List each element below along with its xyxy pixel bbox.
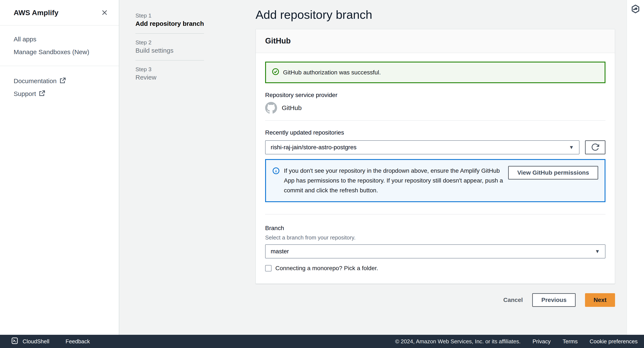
- sidebar-item-documentation[interactable]: Documentation: [0, 75, 119, 87]
- app-title: AWS Amplify: [14, 9, 58, 17]
- external-link-icon: [60, 78, 66, 85]
- provider-label: Repository service provider: [265, 91, 606, 99]
- branch-label: Branch: [265, 224, 606, 232]
- form-column: Add repository branch GitHub GitHu: [256, 0, 615, 335]
- monorepo-checkbox-label: Connecting a monorepo? Pick a folder.: [275, 265, 378, 272]
- repository-select-value: rishi-raj-jain/store-astro-postgres: [271, 144, 356, 151]
- terms-link[interactable]: Terms: [563, 338, 578, 345]
- console-footer: CloudShell Feedback © 2024, Amazon Web S…: [0, 335, 644, 348]
- panel-body: GitHub authorization was successful. Rep…: [256, 53, 615, 284]
- sidebar-item-label: Support: [14, 90, 36, 97]
- branch-select[interactable]: master ▼: [265, 244, 606, 258]
- success-alert: GitHub authorization was successful.: [265, 62, 606, 83]
- monorepo-checkbox[interactable]: [265, 265, 272, 271]
- wizard-step-2[interactable]: Step 2 Build settings: [136, 39, 204, 55]
- step-label: Review: [136, 73, 204, 82]
- wizard-step-3[interactable]: Step 3 Review: [136, 66, 204, 82]
- cloudshell-icon: [11, 337, 19, 346]
- info-alert-text: If you don't see your repository in the …: [284, 166, 504, 195]
- cloudshell-label: CloudShell: [22, 338, 50, 345]
- page-title: Add repository branch: [256, 7, 615, 22]
- repository-label: Recently updated repositories: [265, 128, 606, 137]
- right-rail: [626, 0, 644, 335]
- sidebar-item-label: Documentation: [14, 77, 57, 85]
- section-divider: [265, 120, 606, 121]
- info-icon: [272, 167, 280, 175]
- close-icon: [101, 14, 108, 17]
- step-divider: [136, 33, 204, 34]
- section-divider: [265, 214, 606, 215]
- step-number: Step 3: [136, 66, 204, 73]
- branch-select-value: master: [271, 248, 289, 255]
- sidebar-secondary-nav: Documentation Support: [0, 66, 119, 109]
- next-button[interactable]: Next: [585, 293, 615, 307]
- repository-select[interactable]: rishi-raj-jain/store-astro-postgres ▼: [265, 140, 580, 154]
- branch-description: Select a branch from your repository.: [265, 234, 606, 241]
- main-content: Step 1 Add repository branch Step 2 Buil…: [119, 0, 626, 335]
- step-divider: [136, 60, 204, 61]
- success-check-icon: [272, 68, 279, 77]
- sidebar-item-support[interactable]: Support: [0, 87, 119, 100]
- wizard-step-1[interactable]: Step 1 Add repository branch: [136, 12, 204, 28]
- copyright-text: © 2024, Amazon Web Services, Inc. or its…: [395, 338, 520, 345]
- cancel-button[interactable]: Cancel: [503, 297, 523, 303]
- panel-header: GitHub: [256, 29, 615, 53]
- amplify-hexagon-tools-icon[interactable]: [630, 3, 642, 15]
- sidebar-item-label: Manage Sandboxes (New): [14, 48, 89, 56]
- sidebar-item-label: All apps: [14, 36, 36, 43]
- provider-field: Repository service provider GitHub: [265, 91, 606, 114]
- refresh-repositories-button[interactable]: [585, 140, 606, 154]
- sidebar-nav: All apps Manage Sandboxes (New): [0, 26, 119, 66]
- sidebar-close-button[interactable]: [100, 8, 110, 18]
- success-alert-text: GitHub authorization was successful.: [283, 69, 381, 76]
- step-number: Step 2: [136, 39, 204, 46]
- chevron-down-icon: ▼: [569, 144, 574, 150]
- view-github-permissions-button[interactable]: View GitHub permissions: [508, 166, 598, 180]
- feedback-link[interactable]: Feedback: [66, 338, 90, 345]
- amplify-console-page: AWS Amplify All apps Manage Sandboxes (N…: [0, 0, 644, 348]
- panel-title: GitHub: [265, 37, 291, 45]
- external-link-icon: [39, 90, 45, 98]
- github-panel: GitHub GitHub authorization was successf…: [256, 29, 615, 284]
- sidebar: AWS Amplify All apps Manage Sandboxes (N…: [0, 0, 119, 335]
- cloudshell-button[interactable]: CloudShell: [11, 337, 50, 346]
- repository-field: Recently updated repositories rishi-raj-…: [265, 128, 606, 154]
- chevron-down-icon: ▼: [595, 248, 600, 254]
- app-body: AWS Amplify All apps Manage Sandboxes (N…: [0, 0, 644, 335]
- sidebar-item-all-apps[interactable]: All apps: [0, 33, 119, 46]
- cookie-preferences-link[interactable]: Cookie preferences: [590, 338, 638, 345]
- step-number: Step 1: [136, 12, 204, 19]
- privacy-link[interactable]: Privacy: [532, 338, 551, 345]
- sidebar-header: AWS Amplify: [0, 0, 119, 26]
- step-label: Build settings: [136, 46, 204, 55]
- monorepo-checkbox-row[interactable]: Connecting a monorepo? Pick a folder.: [265, 265, 606, 272]
- info-alert: If you don't see your repository in the …: [265, 159, 606, 202]
- previous-button[interactable]: Previous: [532, 293, 576, 307]
- wizard-steps: Step 1 Add repository branch Step 2 Buil…: [119, 0, 256, 335]
- provider-value-row: GitHub: [265, 102, 606, 114]
- step-label: Add repository branch: [136, 19, 204, 28]
- sidebar-item-manage-sandboxes[interactable]: Manage Sandboxes (New): [0, 46, 119, 58]
- github-logo-icon: [265, 102, 277, 114]
- branch-field: Branch Select a branch from your reposit…: [265, 224, 606, 258]
- provider-value: GitHub: [282, 104, 302, 111]
- wizard-actions: Cancel Previous Next: [256, 293, 615, 307]
- refresh-icon: [591, 143, 600, 152]
